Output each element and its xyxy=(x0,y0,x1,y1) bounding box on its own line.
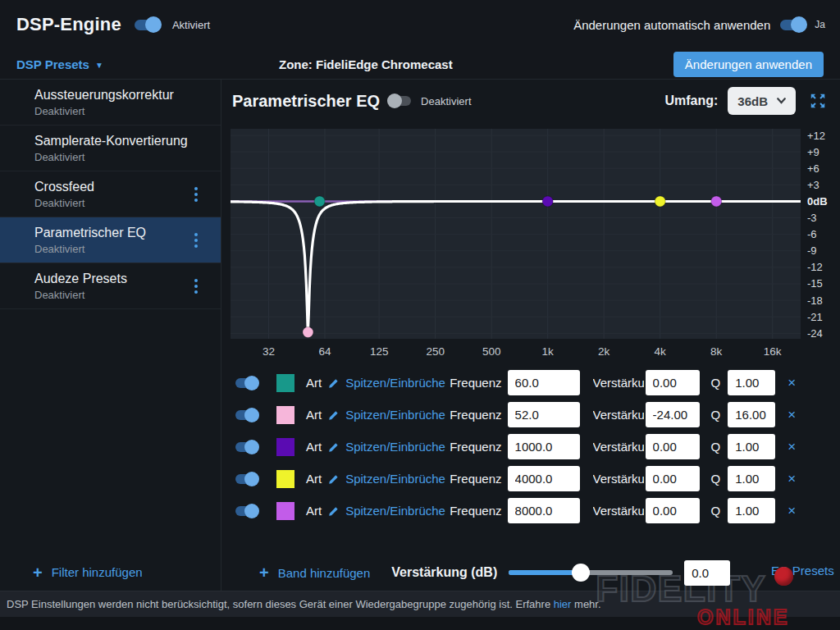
svg-text:-12: -12 xyxy=(807,261,823,273)
band-type-value[interactable]: Spitzen/Einbrüche xyxy=(345,472,445,486)
sidebar-item-audeze-presets[interactable]: Audeze Presets Deaktiviert xyxy=(0,263,221,309)
hier-link[interactable]: hier xyxy=(554,598,572,610)
eq-frequency-response-chart[interactable]: 32641252505001k2k4k8k16k+12+9+6+30dB-3-6… xyxy=(231,129,840,360)
remove-band-icon[interactable]: × xyxy=(788,472,796,486)
eq-enabled-toggle[interactable] xyxy=(390,96,411,106)
sidebar-item-parametrischer-eq[interactable]: Parametrischer EQ Deaktiviert xyxy=(0,217,221,263)
band-frequency-input[interactable] xyxy=(508,370,580,395)
band-gain-input[interactable] xyxy=(646,466,700,491)
band-frequency-label: Frequenz xyxy=(450,376,501,390)
sidebar-item-samplerate-konvertierung[interactable]: Samplerate-Konvertierung Deaktiviert xyxy=(0,126,221,171)
toggle-knob xyxy=(791,16,807,33)
band-q-label: Q xyxy=(711,472,721,486)
add-band-button[interactable]: + Band hinzufügen xyxy=(259,566,370,580)
band-type-value[interactable]: Spitzen/Einbrüche xyxy=(345,376,445,390)
band-gain-input[interactable] xyxy=(646,402,700,427)
band-frequency-input[interactable] xyxy=(508,498,580,523)
remove-band-icon[interactable]: × xyxy=(788,408,796,422)
band-q-input[interactable] xyxy=(728,498,775,523)
band-gain-label: Verstärkung xyxy=(593,504,644,518)
band-color-swatch[interactable] xyxy=(276,374,294,392)
band-type-value[interactable]: Spitzen/Einbrüche xyxy=(345,408,445,422)
eq-band-row: Art Spitzen/Einbrüche Frequenz Verstärku… xyxy=(235,463,840,495)
band-q-input[interactable] xyxy=(728,466,775,491)
band-frequency-input[interactable] xyxy=(508,402,580,427)
item-menu-icon[interactable] xyxy=(194,279,198,294)
edit-pencil-icon[interactable] xyxy=(328,441,340,453)
band-frequency-input[interactable] xyxy=(508,466,580,491)
band-gain-input[interactable] xyxy=(646,370,700,395)
toggle-knob xyxy=(244,440,259,454)
band-q-input[interactable] xyxy=(728,370,775,395)
master-gain-slider[interactable] xyxy=(509,570,673,575)
band-frequency-label: Frequenz xyxy=(450,472,501,486)
item-menu-icon[interactable] xyxy=(194,233,198,248)
item-menu-icon[interactable] xyxy=(194,187,198,202)
svg-text:-24: -24 xyxy=(807,327,823,340)
band-color-swatch[interactable] xyxy=(276,470,294,488)
add-filter-label: Filter hinzufügen xyxy=(52,565,143,579)
band-handle-point[interactable] xyxy=(655,196,665,207)
sidebar-item-crossfeed[interactable]: Crossfeed Deaktiviert xyxy=(0,171,221,217)
band-enabled-toggle[interactable] xyxy=(235,474,257,484)
sidebar-item-title: Crossfeed xyxy=(34,180,196,194)
band-handle-point[interactable] xyxy=(314,196,325,207)
toggle-knob xyxy=(244,376,259,390)
eq-band-row: Art Spitzen/Einbrüche Frequenz Verstärku… xyxy=(235,431,840,463)
band-handle-point[interactable] xyxy=(303,327,313,338)
band-q-input[interactable] xyxy=(728,402,775,427)
auto-apply-toggle[interactable] xyxy=(780,20,805,30)
band-q-label: Q xyxy=(711,504,721,518)
band-enabled-toggle[interactable] xyxy=(235,378,257,388)
dsp-enabled-label: Aktiviert xyxy=(172,19,210,31)
svg-text:16k: 16k xyxy=(764,345,782,358)
band-enabled-toggle[interactable] xyxy=(235,410,257,420)
dsp-engine-window: DSP-Engine Aktiviert Änderungen automati… xyxy=(0,0,840,630)
add-band-label: Band hinzufügen xyxy=(278,566,371,580)
band-color-swatch[interactable] xyxy=(276,438,294,456)
band-gain-input[interactable] xyxy=(646,434,700,459)
plus-icon: + xyxy=(33,567,43,578)
band-handle-point[interactable] xyxy=(542,196,553,207)
slider-thumb[interactable] xyxy=(572,564,590,582)
add-filter-button[interactable]: + Filter hinzufügen xyxy=(33,565,143,579)
band-gain-input[interactable] xyxy=(646,498,700,523)
sidebar-item-title: Samplerate-Konvertierung xyxy=(34,134,196,148)
remove-band-icon[interactable]: × xyxy=(788,440,796,454)
svg-text:+9: +9 xyxy=(807,146,819,158)
sidebar-item-status: Deaktiviert xyxy=(34,243,196,255)
band-type-label: Art xyxy=(306,408,322,422)
chevron-down-icon: ▼ xyxy=(95,59,103,70)
band-type-value[interactable]: Spitzen/Einbrüche xyxy=(345,504,445,518)
remove-band-icon[interactable]: × xyxy=(788,376,796,390)
fullscreen-icon[interactable] xyxy=(809,92,827,110)
eq-band-list: Art Spitzen/Einbrüche Frequenz Verstärku… xyxy=(235,367,840,527)
svg-text:500: 500 xyxy=(482,345,501,358)
edit-pencil-icon[interactable] xyxy=(328,505,340,517)
band-handle-point[interactable] xyxy=(711,196,722,207)
master-gain-input[interactable] xyxy=(684,560,730,586)
sidebar-item-title: Parametrischer EQ xyxy=(34,226,196,240)
eq-band-row: Art Spitzen/Einbrüche Frequenz Verstärku… xyxy=(235,399,840,431)
band-q-input[interactable] xyxy=(728,434,775,459)
band-frequency-input[interactable] xyxy=(508,434,580,459)
band-type-label: Art xyxy=(306,440,322,454)
band-type-value[interactable]: Spitzen/Einbrüche xyxy=(345,440,445,454)
edit-pencil-icon[interactable] xyxy=(328,473,340,485)
sidebar-item-aussteuerungskorrektur[interactable]: Aussteuerungskorrektur Deaktiviert xyxy=(0,80,221,126)
edit-pencil-icon[interactable] xyxy=(328,409,340,421)
apply-changes-button[interactable]: Änderungen anwenden xyxy=(673,52,824,77)
dsp-enabled-toggle[interactable] xyxy=(135,20,159,30)
range-value: 36dB xyxy=(737,94,768,108)
dsp-presets-dropdown[interactable]: DSP Presets ▼ xyxy=(16,57,103,71)
range-select[interactable]: 36dB xyxy=(728,87,796,115)
svg-text:125: 125 xyxy=(370,345,389,358)
band-color-swatch[interactable] xyxy=(276,502,294,520)
remove-band-icon[interactable]: × xyxy=(788,504,796,518)
band-frequency-label: Frequenz xyxy=(450,440,501,454)
band-enabled-toggle[interactable] xyxy=(235,506,257,516)
edit-pencil-icon[interactable] xyxy=(328,377,340,389)
band-color-swatch[interactable] xyxy=(276,406,294,424)
band-enabled-toggle[interactable] xyxy=(235,442,257,452)
toggle-knob xyxy=(244,472,259,486)
